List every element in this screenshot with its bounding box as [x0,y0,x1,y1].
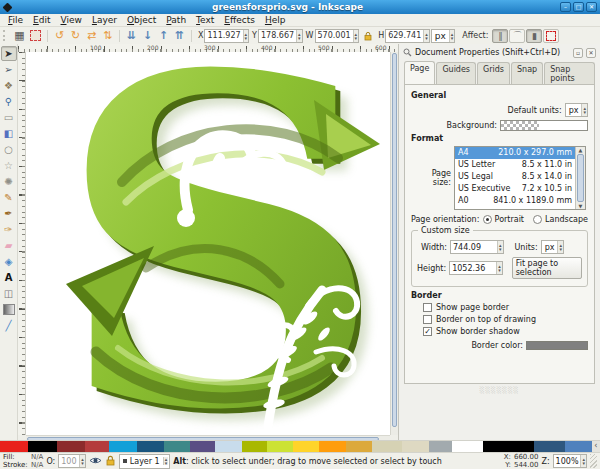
titlebar[interactable]: greensforsprio.svg - Inkscape – □ ✕ [0,0,600,14]
x-spinner[interactable] [243,30,249,42]
checkbox-icon[interactable] [423,327,432,336]
page-size-a4[interactable]: A4210.0 x 297.0 mm [455,147,575,159]
vertical-scrollbar-thumb[interactable] [392,53,397,427]
tool-node-editor[interactable]: ➢ [1,62,17,77]
palette-swatch[interactable] [452,441,483,452]
tool-zoom[interactable]: ⚲ [1,94,17,109]
palette-swatch[interactable] [242,441,267,452]
menu-file[interactable]: File [3,15,28,25]
palette-swatch[interactable] [483,441,534,452]
affect-scale-corners-toggle[interactable] [543,29,559,43]
tool-calligraphy[interactable]: ✑ [1,222,17,237]
vertical-scrollbar[interactable] [390,52,398,435]
fit-page-button[interactable]: Fit page to selection [512,257,582,279]
dialog-header[interactable]: Document Properties (Shift+Ctrl+D) ▫ ✕ [401,46,598,59]
tab-page[interactable]: Page [404,61,435,84]
dialog-minimize-button[interactable]: ▫ [573,48,583,58]
menu-path[interactable]: Path [161,15,191,25]
zoom-field[interactable]: 100% [553,454,587,468]
palette-swatch[interactable] [267,441,293,452]
tool-ellipse[interactable]: ○ [1,142,17,157]
menu-effects[interactable]: Effects [219,15,260,25]
tool-pen[interactable]: ✒ [1,206,17,221]
menu-text[interactable]: Text [191,15,219,25]
tool-pencil[interactable]: ✎ [1,190,17,205]
tab-grids[interactable]: Grids [477,62,510,85]
tab-snap-points[interactable]: Snap points [544,62,595,85]
menu-help[interactable]: Help [260,15,291,25]
tool-tweak[interactable]: ❖ [1,78,17,93]
default-units-combo[interactable]: px [565,103,588,117]
menu-edit[interactable]: Edit [28,15,55,25]
palette-swatch[interactable] [346,441,372,452]
minimize-button[interactable]: – [560,2,571,12]
palette-swatch[interactable] [190,441,215,452]
affect-scale-stroke-toggle[interactable]: ▮ [526,29,542,43]
rotate-ccw-button[interactable]: ↺ [52,29,67,43]
flip-vertical-button[interactable]: ⇅ [100,29,115,43]
landscape-radio[interactable] [533,215,542,224]
flip-horizontal-button[interactable]: ⇄ [84,29,99,43]
checkbox-icon[interactable] [423,315,432,324]
landscape-label[interactable]: Landscape [545,215,588,224]
w-field[interactable]: 570.001 [315,29,360,43]
dock-resize-handle[interactable]: ░░░░░░░ [401,384,598,432]
portrait-radio[interactable] [483,215,492,224]
vertical-ruler[interactable] [18,52,26,435]
h-field[interactable]: 629.741 [385,29,430,43]
page-size-us-legal[interactable]: US Legal8.5 x 14.0 in [455,171,575,183]
unit-combo[interactable]: px [431,29,456,43]
units-combo[interactable]: px [541,240,564,254]
raise-button[interactable]: ↑ [156,29,171,43]
opacity-spinner[interactable] [79,455,85,467]
page-size-us-letter[interactable]: US Letter8.5 x 11.0 in [455,159,575,171]
background-color-swatch[interactable] [500,120,588,131]
palette-swatch[interactable] [372,441,402,452]
palette-swatch[interactable] [137,441,163,452]
palette-swatch[interactable] [85,441,109,452]
palette-swatch[interactable] [565,441,592,452]
portrait-label[interactable]: Portrait [495,215,524,224]
raise-to-top-button[interactable]: ⇈ [172,29,187,43]
y-spinner[interactable] [296,30,302,42]
h-spinner[interactable] [423,30,429,42]
width-field[interactable]: 744.09 [450,240,504,254]
x-field[interactable]: 111.927 [204,29,249,43]
w-spinner[interactable] [353,30,359,42]
palette-swatch[interactable] [534,441,564,452]
palette-swatch[interactable] [164,441,190,452]
tab-guides[interactable]: Guides [436,62,476,85]
canvas[interactable]: S S S [26,52,390,435]
tool-dropper[interactable]: ╱ [1,318,17,333]
menu-object[interactable]: Object [122,15,161,25]
tool-spiral[interactable]: ✺ [1,174,17,189]
tool-paint-bucket[interactable]: ◈ [1,254,17,269]
palette-swatch[interactable] [293,441,319,452]
lower-button[interactable]: ↓ [140,29,155,43]
layer-visibility-toggle[interactable] [89,456,102,467]
palette-swatch[interactable] [319,441,345,452]
palette-swatch[interactable] [215,441,241,452]
tool-eraser[interactable]: ▰ [1,238,17,253]
rotate-cw-button[interactable]: ↻ [68,29,83,43]
window-resize-grip[interactable] [590,454,597,468]
checkbox-show-page-border[interactable]: Show page border [423,303,588,312]
opacity-field[interactable]: 100 [58,454,86,468]
palette-swatch[interactable] [429,441,452,452]
width-spinner[interactable] [497,241,503,253]
maximize-button[interactable]: □ [573,2,584,12]
tool-gradient[interactable] [1,302,17,317]
tool-selector[interactable]: ➤ [1,46,17,61]
lock-ratio-button[interactable] [360,29,375,43]
zoom-spinner[interactable] [580,455,586,467]
page-size-scrollbar[interactable]: ▲▼ [575,147,585,209]
affect-move-gradients-toggle[interactable]: ∥ [492,29,508,43]
palette-swatch[interactable] [402,441,428,452]
toolbar-grip[interactable] [3,30,8,41]
affect-move-patterns-toggle[interactable]: ⌒ [509,29,525,43]
current-layer-combo[interactable]: Layer 1 [119,454,170,469]
dialog-close-button[interactable]: ✕ [586,48,596,58]
menu-view[interactable]: View [56,15,87,25]
y-field[interactable]: 178.667 [258,29,303,43]
palette-scroll-left[interactable]: ‹ [592,441,600,452]
